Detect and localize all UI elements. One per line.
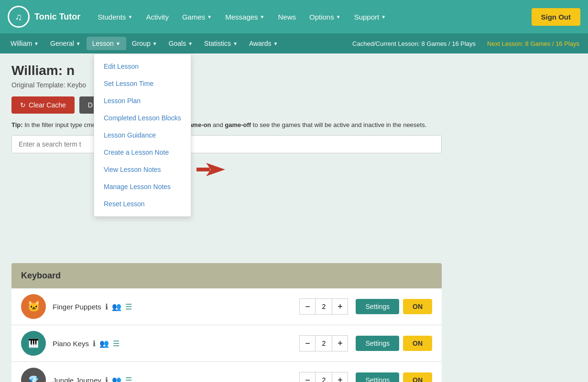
logo-icon: ♫ (8, 6, 30, 28)
on-off-toggle[interactable]: ON (403, 336, 432, 351)
refresh-icon: ↻ (20, 101, 26, 109)
dropdown-view-lesson-notes[interactable]: View Lesson Notes ← (94, 161, 191, 178)
nav-options[interactable]: Options ▼ (304, 9, 347, 25)
social-icon[interactable]: 👥 (112, 376, 121, 382)
stepper-value: 2 (316, 372, 332, 382)
chevron-down-icon: ▼ (207, 14, 212, 20)
svg-rect-1 (196, 168, 210, 171)
game-name-jungle-journey: Jungle Journey ℹ 👥 ☰ (53, 376, 299, 382)
subnav-awards[interactable]: Awards ▼ (243, 37, 283, 50)
nav-news[interactable]: News (272, 9, 302, 25)
logo-text: Tonic Tutor (34, 12, 80, 22)
increment-button[interactable]: + (332, 335, 348, 351)
info-icon[interactable]: ℹ (105, 302, 108, 311)
settings-button[interactable]: Settings (356, 299, 399, 314)
main-content: William: n Original Template: Keybo ↻ Cl… (0, 53, 588, 382)
stepper-value: 2 (316, 298, 332, 315)
stepper-value: 2 (316, 335, 332, 351)
social-icon[interactable]: 👥 (112, 302, 121, 311)
dropdown-manage-lesson-notes[interactable]: Manage Lesson Notes (94, 178, 191, 195)
top-nav-items: Students ▼ Activity Games ▼ Messages ▼ N… (92, 9, 531, 25)
tip-text: Tip: In the filter input type cmes activ… (11, 121, 442, 128)
nav-games[interactable]: Games ▼ (176, 9, 218, 25)
dropdown-edit-lesson[interactable]: Edit Lesson (94, 58, 191, 75)
chevron-down-icon: ▼ (233, 41, 238, 46)
info-icon[interactable]: ℹ (105, 376, 108, 382)
nav-students[interactable]: Students ▼ (92, 9, 138, 25)
top-nav: ♫ Tonic Tutor Students ▼ Activity Games … (0, 0, 588, 33)
quantity-stepper-piano-keys: − 2 + (299, 335, 348, 351)
table-row: 🎹 Piano Keys ℹ 👥 ☰ − 2 + Settings ON (11, 325, 442, 362)
chevron-down-icon: ▼ (273, 41, 278, 46)
nav-support[interactable]: Support ▼ (348, 9, 392, 25)
increment-button[interactable]: + (332, 298, 348, 315)
sign-out-button[interactable]: Sign Out (532, 8, 581, 26)
social-icon[interactable]: 👥 (99, 339, 109, 348)
sub-nav: William ▼ General ▼ Lesson ▼ Group ▼ Goa… (0, 33, 588, 53)
list-icon[interactable]: ☰ (125, 302, 132, 311)
dropdown-lesson-guidance[interactable]: Lesson Guidance (94, 127, 191, 144)
game-name-piano-keys: Piano Keys ℹ 👥 ☰ (53, 339, 299, 348)
dropdown-set-lesson-time[interactable]: Set Lesson Time (94, 75, 191, 92)
quantity-stepper-finger-puppets: − 2 + (299, 298, 348, 315)
decrement-button[interactable]: − (299, 298, 316, 315)
jungle-journey-icon: 💎 (21, 368, 46, 382)
quantity-stepper-jungle-journey: − 2 + (299, 372, 348, 382)
cached-lesson-info: Cached/Current Lesson: 8 Games / 16 Play… (345, 40, 483, 47)
settings-button[interactable]: Settings (356, 372, 399, 382)
chevron-down-icon: ▼ (336, 14, 341, 20)
dropdown-lesson-plan[interactable]: Lesson Plan (94, 92, 191, 109)
subnav-general[interactable]: General ▼ (44, 37, 87, 50)
chevron-down-icon: ▼ (381, 14, 386, 20)
nav-messages[interactable]: Messages ▼ (219, 9, 270, 25)
chevron-down-icon: ▼ (260, 14, 265, 20)
clear-cache-button[interactable]: ↻ Clear Cache (11, 96, 75, 114)
dropdown-completed-lesson-blocks[interactable]: Completed Lesson Blocks (94, 109, 191, 127)
chevron-down-icon: ▼ (76, 41, 81, 46)
table-row: 💎 Jungle Journey ℹ 👥 ☰ − 2 + Settings ON (11, 362, 442, 382)
on-off-toggle[interactable]: ON (403, 372, 432, 382)
dropdown-reset-lesson[interactable]: Reset Lesson (94, 195, 191, 212)
subnav-lesson[interactable]: Lesson ▼ (87, 37, 126, 50)
next-lesson-info: Next Lesson: 8 Games / 16 Plays (483, 40, 583, 47)
increment-button[interactable]: + (332, 372, 348, 382)
chevron-down-icon: ▼ (34, 41, 39, 46)
nav-activity[interactable]: Activity (140, 9, 174, 25)
keyboard-section-header: Keyboard (11, 263, 442, 288)
chevron-down-icon: ▼ (116, 41, 120, 46)
decrement-button[interactable]: − (299, 372, 316, 382)
subnav-group[interactable]: Group ▼ (126, 37, 163, 50)
subnav-william[interactable]: William ▼ (5, 37, 44, 50)
chevron-down-icon: ▼ (152, 41, 157, 46)
subnav-statistics[interactable]: Statistics ▼ (198, 37, 243, 50)
settings-button[interactable]: Settings (356, 336, 399, 351)
logo-area[interactable]: ♫ Tonic Tutor (8, 6, 80, 28)
list-icon[interactable]: ☰ (125, 376, 132, 382)
search-input[interactable] (11, 135, 442, 153)
dropdown-create-lesson-note[interactable]: Create a Lesson Note (94, 144, 191, 161)
decrement-button[interactable]: − (299, 335, 316, 351)
table-row: 🐱 Finger Puppets ℹ 👥 ☰ − 2 + Settings ON (11, 288, 442, 325)
lesson-dropdown-menu: Edit Lesson Set Lesson Time Lesson Plan … (94, 53, 191, 217)
chevron-down-icon: ▼ (128, 14, 133, 20)
info-icon[interactable]: ℹ (93, 339, 96, 348)
subnav-goals[interactable]: Goals ▼ (163, 37, 198, 50)
arrow-svg (196, 163, 225, 176)
on-off-toggle[interactable]: ON (403, 299, 432, 314)
game-name-finger-puppets: Finger Puppets ℹ 👥 ☰ (53, 302, 299, 311)
finger-puppets-icon: 🐱 (21, 294, 46, 319)
piano-keys-icon: 🎹 (21, 331, 46, 356)
chevron-down-icon: ▼ (188, 41, 193, 46)
list-icon[interactable]: ☰ (113, 339, 120, 348)
